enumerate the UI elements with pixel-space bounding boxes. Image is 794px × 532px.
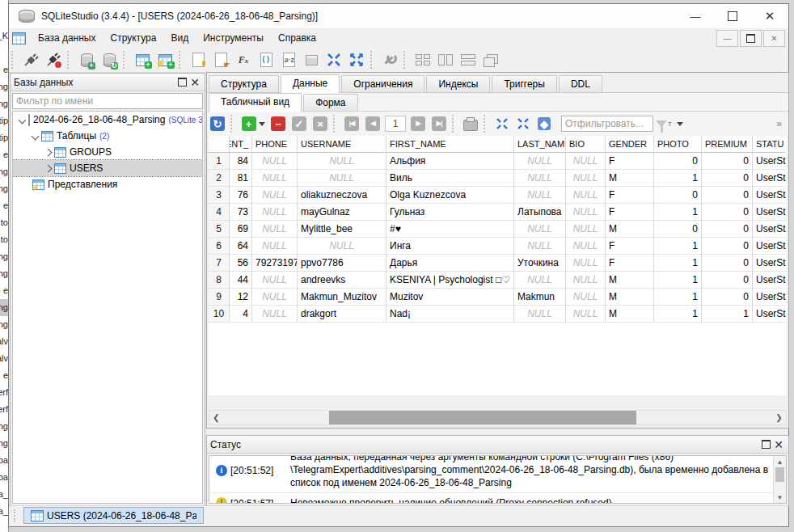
expand-columns-button[interactable]	[345, 49, 368, 70]
menu-help[interactable]: Справка	[271, 30, 323, 46]
commit-button[interactable]: ✓	[289, 114, 309, 133]
scrollbar-thumb[interactable]	[329, 411, 636, 424]
mdi-cascade-layout-button[interactable]	[479, 49, 502, 70]
cell-ent_[interactable]: 4	[230, 306, 252, 323]
mdi-grid-layout-button[interactable]	[412, 49, 434, 70]
cell-phone[interactable]: NULL	[252, 272, 298, 289]
cell-last_nami[interactable]: NULL	[514, 170, 566, 187]
cell-gender[interactable]: F	[606, 187, 654, 204]
cell-gender[interactable]: M	[606, 289, 654, 306]
tree-item-database[interactable]: 2024-06-26_18-06-48_Parsing (SQLite 3	[13, 112, 202, 128]
cell-username[interactable]: drakgort	[298, 306, 386, 323]
cell-premium[interactable]: 1	[702, 306, 753, 323]
row-number[interactable]: 4	[209, 204, 230, 221]
open-sql-editor-button[interactable]: ✎	[187, 49, 209, 70]
mdi-close-button[interactable]: ✕	[763, 30, 785, 47]
cell-gender[interactable]: M	[606, 221, 654, 238]
cell-statu[interactable]: UserSt	[753, 153, 786, 170]
cell-last_nami[interactable]: NULL	[514, 306, 566, 323]
table-row[interactable]: 75679273197786ppvo7786ДарьяУточкинаNULLF…	[209, 255, 787, 272]
cell-photo[interactable]: 0	[654, 221, 702, 238]
cell-phone[interactable]: NULL	[252, 221, 298, 238]
filter-mode-button[interactable]: T	[654, 114, 674, 133]
table-row[interactable]: 104NULLdrakgortNad¡NULLNULLM11UserSt	[209, 306, 787, 323]
databases-panel-header[interactable]: Базы данных ✕	[11, 74, 205, 91]
tree-item-groups[interactable]: GROUPS	[13, 144, 202, 160]
connect-db-button[interactable]	[19, 49, 42, 70]
cell-bio[interactable]: NULL	[566, 153, 606, 170]
row-number[interactable]: 3	[209, 187, 230, 204]
cell-premium[interactable]: 0	[702, 170, 753, 187]
cell-photo[interactable]: 1	[654, 306, 702, 323]
row-number[interactable]: 6	[209, 238, 230, 255]
tab-ddl[interactable]: DDL	[559, 75, 602, 92]
cell-username[interactable]: ppvo7786	[298, 255, 386, 272]
cell-gender[interactable]: F	[606, 153, 654, 170]
float-panel-button[interactable]	[175, 76, 188, 89]
row-number[interactable]: 10	[209, 306, 230, 323]
cell-first_name[interactable]: Muzitov	[386, 289, 514, 306]
next-page-button[interactable]: ▶	[408, 114, 428, 133]
cell-gender[interactable]: F	[606, 204, 654, 221]
cell-premium[interactable]: 0	[702, 289, 753, 306]
tree-filter-input[interactable]: Фильтр по имени	[12, 93, 203, 109]
cell-last_nami[interactable]: Уточкина	[514, 255, 566, 272]
mdi-horizontal-layout-button[interactable]	[457, 49, 479, 70]
mdi-restore-button[interactable]	[740, 30, 762, 47]
cell-username[interactable]: NULL	[298, 170, 386, 187]
column-header-first_name[interactable]: FIRST_NAME	[386, 136, 514, 153]
subtab-grid-view[interactable]: Табличный вид	[209, 93, 302, 112]
cell-ent_[interactable]: 69	[230, 221, 252, 238]
column-header-bio[interactable]: BIO	[566, 136, 606, 153]
close-button[interactable]: ✕	[751, 4, 788, 28]
shrink-columns-button[interactable]	[323, 49, 345, 70]
row-number[interactable]: 9	[209, 289, 230, 306]
cell-bio[interactable]: NULL	[566, 272, 606, 289]
float-panel-button[interactable]	[759, 438, 772, 451]
table-row[interactable]: 664NULLNULLИнгаNULLNULLF10UserSt	[209, 238, 787, 255]
table-row[interactable]: 912NULLMakmun_MuzitovMuzitovMakmunNULLM1…	[209, 289, 787, 306]
cell-photo[interactable]: 1	[654, 272, 702, 289]
cell-premium[interactable]: 0	[702, 238, 753, 255]
cell-last_nami[interactable]: NULL	[514, 238, 566, 255]
chevron-right-icon[interactable]	[44, 148, 53, 156]
cell-ent_[interactable]: 44	[230, 272, 252, 289]
row-number[interactable]: 8	[209, 272, 230, 289]
row-number[interactable]: 5	[209, 221, 230, 238]
cell-first_name[interactable]: #♥	[386, 221, 514, 238]
column-header-username[interactable]: USERNAME	[298, 136, 386, 153]
tree-item-users[interactable]: USERS	[13, 160, 202, 176]
rollback-button[interactable]: ×	[310, 114, 330, 133]
cell-statu[interactable]: UserSt	[753, 272, 786, 289]
scroll-right-arrow[interactable]: ❯	[772, 411, 786, 424]
cell-username[interactable]: Mylittle_bee	[298, 221, 386, 238]
maximize-button[interactable]	[714, 4, 751, 28]
cell-first_name[interactable]: Гульназ	[386, 204, 514, 221]
cell-bio[interactable]: NULL	[566, 221, 606, 238]
chevron-right-icon[interactable]	[44, 164, 53, 172]
cell-last_nami[interactable]: NULL	[514, 153, 566, 170]
last-page-button[interactable]: ▶|	[429, 114, 449, 133]
cell-phone[interactable]: NULL	[252, 153, 298, 170]
tree-item-views[interactable]: ⚡ Представления	[13, 176, 202, 192]
table-row[interactable]: 281NULLNULLВильNULLNULLM10UserSt	[209, 170, 787, 187]
cell-first_name[interactable]: Виль	[386, 170, 514, 187]
menu-structure[interactable]: Структура	[103, 30, 163, 46]
cell-statu[interactable]: UserSt	[753, 289, 786, 306]
tree-item-tables[interactable]: Таблицы (2)	[13, 128, 202, 144]
close-panel-button[interactable]: ✕	[772, 438, 785, 451]
cell-premium[interactable]: 0	[702, 153, 753, 170]
table-row[interactable]: 844NULLandreevksKSENIYA | Psychologist □…	[209, 272, 787, 289]
refresh-database-button[interactable]: ↻	[98, 49, 120, 70]
expand-rows-button[interactable]	[513, 114, 533, 133]
mdi-minimize-button[interactable]: —	[716, 30, 738, 47]
cell-phone[interactable]: NULL	[252, 289, 298, 306]
import-table-button[interactable]: ⚡+	[154, 49, 176, 70]
menu-view[interactable]: Вид	[163, 30, 196, 46]
cell-statu[interactable]: UserSt	[753, 204, 786, 221]
add-row-button[interactable]: +	[239, 114, 267, 133]
cell-first_name[interactable]: Альфия	[386, 153, 514, 170]
vertical-scrollbar[interactable]: ▲ ▼	[773, 456, 786, 503]
taskbar-item-users[interactable]: USERS (2024-06-26_18-06-48_Parsing)	[23, 507, 204, 524]
cell-premium[interactable]: 0	[702, 187, 753, 204]
